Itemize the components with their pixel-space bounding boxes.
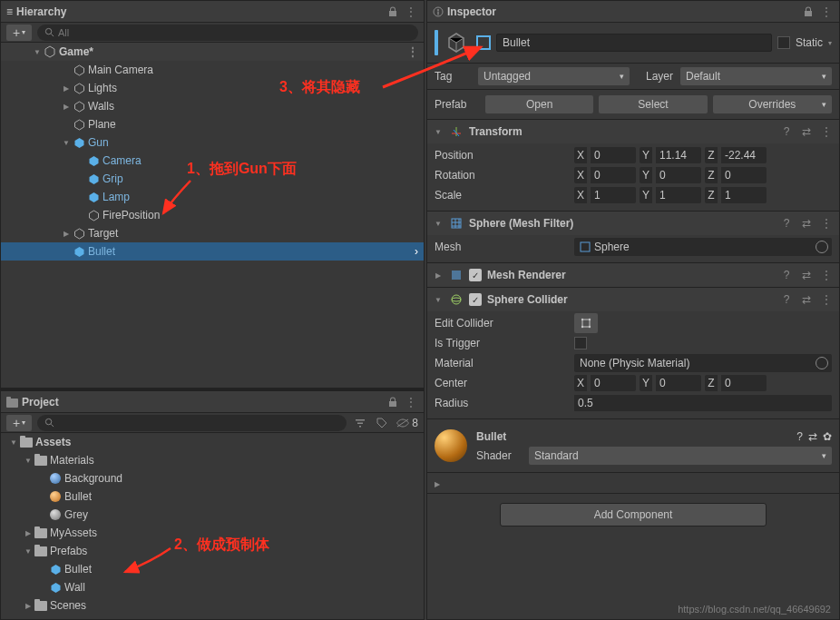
preset-icon[interactable]: ⇄ [799,292,814,307]
position-z-field[interactable] [721,147,767,163]
shader-dropdown[interactable]: Standard [529,447,832,465]
foldout-icon[interactable]: ▼ [433,296,444,304]
istrigger-checkbox[interactable] [574,337,587,349]
hierarchy-item[interactable]: Camera [1,152,424,170]
hierarchy-item[interactable]: ▶Walls [1,97,424,115]
prefab-overrides-button[interactable]: Overrides [713,95,832,113]
scale-y-field[interactable] [656,187,701,203]
rotation-y-field[interactable] [656,167,701,183]
object-picker-icon[interactable] [816,357,828,369]
hierarchy-item[interactable]: Plane [1,115,424,133]
position-x-field[interactable] [591,147,636,163]
project-item[interactable]: ▶MyAssets [1,524,424,542]
hierarchy-search[interactable] [37,25,418,41]
help-icon[interactable]: ? [779,292,794,307]
hierarchy-item[interactable]: Lamp [1,188,424,206]
hierarchy-item[interactable]: ▼Gun [1,133,424,152]
kebab-icon[interactable]: ⋮ [404,5,418,19]
scale-z-field[interactable] [721,187,767,203]
foldout-icon[interactable]: ▼ [61,139,72,147]
component-enabled-checkbox[interactable]: ✓ [469,293,482,306]
center-y-field[interactable] [656,375,701,391]
foldout-icon[interactable]: ▶ [61,103,72,111]
hierarchy-item[interactable]: FirePosition [1,206,424,224]
foldout-icon[interactable]: ▶ [435,480,440,488]
foldout-icon[interactable]: ▼ [8,438,19,447]
kebab-icon[interactable]: ⋮ [819,5,834,19]
kebab-icon[interactable]: ⋮ [819,268,834,282]
radius-field[interactable] [574,395,832,411]
material-preview-icon[interactable] [435,429,467,462]
preset-icon[interactable]: ⇄ [799,268,814,282]
prefab-select-button[interactable]: Select [599,95,707,113]
kebab-icon[interactable]: ⋮ [819,292,834,307]
hierarchy-item[interactable]: ▶Target [1,224,424,242]
project-item[interactable]: Wall [1,578,424,596]
hidden-count[interactable]: 8 [396,417,418,429]
gameobject-name-field[interactable] [496,34,772,52]
help-icon[interactable]: ? [779,268,794,282]
foldout-icon[interactable]: ▼ [32,48,43,56]
layer-dropdown[interactable]: Default [680,67,832,85]
foldout-icon[interactable]: ▶ [23,529,34,537]
physicmaterial-field[interactable]: None (Physic Material) [574,354,832,372]
scale-x-field[interactable] [591,187,636,203]
scene-row[interactable]: ▼ Game* ⋮ [1,43,424,61]
chevron-right-icon[interactable]: › [415,245,418,258]
preset-icon[interactable]: ⇄ [799,124,814,139]
prefab-open-button[interactable]: Open [485,95,593,113]
tag-dropdown[interactable]: Untagged [478,67,630,85]
center-z-field[interactable] [721,375,767,391]
project-search[interactable] [37,415,347,431]
gameobject-icon[interactable] [442,28,471,57]
kebab-icon[interactable]: ⋮ [407,45,418,58]
help-icon[interactable]: ? [779,124,794,139]
project-item[interactable]: Bullet [1,487,424,506]
filter-icon[interactable] [352,415,368,431]
foldout-icon[interactable]: ▶ [23,602,34,610]
foldout-icon[interactable]: ▶ [433,271,444,280]
mesh-field[interactable]: Sphere [574,238,832,256]
hierarchy-item[interactable]: ▶Lights [1,79,424,97]
project-item[interactable]: Grey [1,506,424,524]
tag-filter-icon[interactable] [374,415,390,431]
project-item[interactable]: ▼Prefabs [1,542,424,560]
add-component-button[interactable]: Add Component [500,503,767,527]
help-icon[interactable]: ? [779,216,794,231]
position-y-field[interactable] [656,147,701,163]
foldout-icon[interactable]: ▶ [61,84,72,93]
project-item[interactable]: Background [1,469,424,487]
help-icon[interactable]: ? [796,430,803,443]
hierarchy-item[interactable]: Main Camera [1,61,424,79]
preset-icon[interactable]: ⇄ [808,430,817,443]
project-item[interactable]: ▶Scenes [1,596,424,615]
foldout-icon[interactable]: ▼ [433,220,444,228]
create-button[interactable]: +▾ [6,415,32,431]
active-checkbox[interactable] [476,35,491,50]
rotation-z-field[interactable] [721,167,767,183]
search-input[interactable] [58,27,411,38]
foldout-icon[interactable]: ▶ [61,230,72,238]
create-button[interactable]: +▾ [6,25,32,41]
center-x-field[interactable] [591,375,636,391]
foldout-icon[interactable]: ▼ [433,128,444,136]
gear-icon[interactable]: ✿ [823,430,832,443]
search-input[interactable] [58,418,339,428]
object-picker-icon[interactable] [816,241,828,253]
hierarchy-item[interactable]: Grip [1,170,424,188]
lock-icon[interactable] [386,5,400,19]
preset-icon[interactable]: ⇄ [799,216,814,231]
foldout-icon[interactable]: ▼ [23,547,34,556]
kebab-icon[interactable]: ⋮ [404,395,418,409]
kebab-icon[interactable]: ⋮ [819,124,834,139]
lock-icon[interactable] [386,395,400,409]
assets-root-row[interactable]: ▼ Assets [1,433,424,451]
static-checkbox[interactable] [777,36,790,49]
foldout-icon[interactable]: ▼ [23,457,34,465]
project-item[interactable]: ▼Materials [1,451,424,469]
project-item[interactable]: Bullet [1,560,424,578]
static-dropdown-icon[interactable]: ▾ [828,39,832,47]
edit-collider-button[interactable] [574,313,598,333]
component-enabled-checkbox[interactable]: ✓ [469,269,482,281]
lock-icon[interactable] [801,5,816,19]
